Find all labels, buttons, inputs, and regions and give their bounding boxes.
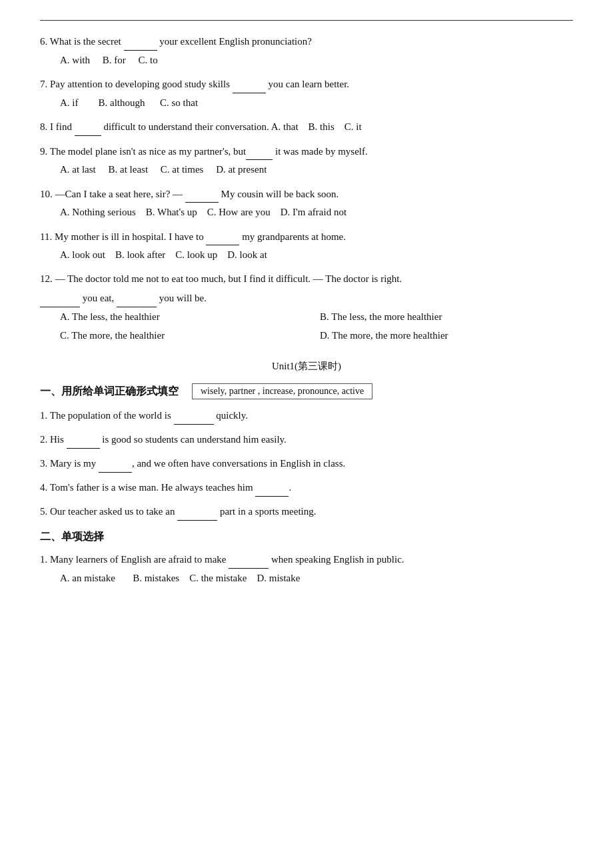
section1-header: 一、用所给单词正确形式填空 wisely, partner , increase…	[40, 383, 573, 399]
q8-after: difficult to understand their conversati…	[101, 121, 362, 132]
q6-blank	[124, 33, 157, 51]
q8-blank	[75, 118, 101, 136]
question-10: 10. —Can I take a seat here, sir? — My c…	[40, 185, 573, 221]
fill-q4: 4. Tom's father is a wise man. He always…	[40, 478, 573, 497]
fill-q2: 2. His is good so students can understan…	[40, 430, 573, 449]
q6-options: A. with B. for C. to	[60, 52, 573, 69]
q12-number: 12. — The doctor told me not to eat too …	[40, 273, 402, 284]
mc-q1-after: when speaking English in public.	[269, 554, 404, 565]
q10-after: My cousin will be back soon.	[219, 189, 338, 199]
fill-q2-blank	[67, 430, 100, 449]
fill-q5-blank	[177, 502, 217, 521]
q12-option-b: B. The less, the more healthier	[320, 309, 573, 326]
q12-mid: you eat,	[80, 293, 117, 303]
question-8: 8. I find difficult to understand their …	[40, 118, 573, 136]
fill-q1-num: 1. The population of the world is	[40, 410, 174, 421]
question-7: 7. Pay attention to developing good stud…	[40, 75, 573, 111]
question-12: 12. — The doctor told me not to eat too …	[40, 271, 573, 345]
q10-options: A. Nothing serious B. What's up C. How a…	[60, 204, 573, 221]
q11-number: 11. My mother is ill in hospital. I have…	[40, 231, 206, 242]
fill-q3-after: , and we often have conversations in Eng…	[132, 458, 345, 469]
mc-q1: 1. Many learners of English are afraid t…	[40, 551, 573, 587]
q7-options: A. if B. although C. so that	[60, 95, 573, 112]
section2-header: 二、单项选择	[40, 530, 573, 544]
fill-q5-num: 5. Our teacher asked us to take an	[40, 506, 177, 517]
fill-q2-num: 2. His	[40, 434, 67, 445]
q12-option-a: A. The less, the healthier	[60, 309, 313, 326]
fill-q4-blank	[255, 478, 289, 497]
q11-after: my grandparents at home.	[239, 231, 346, 242]
q12-options: A. The less, the healthier B. The less, …	[60, 309, 573, 344]
q7-blank	[233, 75, 266, 93]
q12-option-c: C. The more, the healthier	[60, 327, 313, 345]
fill-q5: 5. Our teacher asked us to take an part …	[40, 502, 573, 521]
q12-blank1	[40, 289, 80, 307]
unit-title: Unit1(第三课时)	[40, 360, 573, 373]
fill-q3-num: 3. Mary is my	[40, 458, 99, 469]
mc-q1-options: A. an mistake B. mistakes C. the mistake…	[60, 570, 573, 587]
fill-q4-after: .	[289, 482, 291, 493]
q9-after: it was made by myself.	[273, 146, 367, 157]
mc-q1-blank	[229, 551, 269, 569]
fill-q2-after: is good so students can understand him e…	[100, 434, 287, 445]
top-divider	[40, 20, 573, 21]
q12-blank2	[117, 289, 157, 307]
question-9: 9. The model plane isn't as nice as my p…	[40, 143, 573, 179]
fill-q3-blank	[99, 454, 132, 473]
q6-number: 6. What is the secret	[40, 36, 124, 47]
q11-blank	[206, 228, 239, 246]
q9-options: A. at last B. at least C. at times D. at…	[60, 161, 573, 179]
q7-after: you can learn better.	[266, 79, 349, 89]
q7-number: 7. Pay attention to developing good stud…	[40, 79, 233, 89]
fill-q1-blank	[174, 406, 214, 425]
fill-q1-after: quickly.	[214, 410, 249, 421]
fill-q4-num: 4. Tom's father is a wise man. He always…	[40, 482, 255, 493]
q10-number: 10. —Can I take a seat here, sir? —	[40, 189, 185, 199]
q6-after: your excellent English pronunciation?	[157, 36, 312, 47]
fill-q1: 1. The population of the world is quickl…	[40, 406, 573, 425]
question-11: 11. My mother is ill in hospital. I have…	[40, 228, 573, 264]
q8-number: 8. I find	[40, 121, 75, 132]
word-box: wisely, partner , increase, pronounce, a…	[192, 383, 372, 399]
q11-options: A. look out B. look after C. look up D. …	[60, 247, 573, 264]
q12-after: you will be.	[157, 293, 207, 303]
mc-q1-num: 1. Many learners of English are afraid t…	[40, 554, 229, 565]
section1-title: 一、用所给单词正确形式填空	[40, 385, 179, 399]
q9-blank	[246, 143, 273, 161]
question-6: 6. What is the secret your excellent Eng…	[40, 33, 573, 69]
q10-blank	[185, 185, 219, 203]
fill-q3: 3. Mary is my , and we often have conver…	[40, 454, 573, 473]
q12-option-d: D. The more, the more healthier	[320, 327, 573, 345]
fill-q5-after: part in a sports meeting.	[217, 506, 316, 517]
q9-number: 9. The model plane isn't as nice as my p…	[40, 146, 246, 157]
